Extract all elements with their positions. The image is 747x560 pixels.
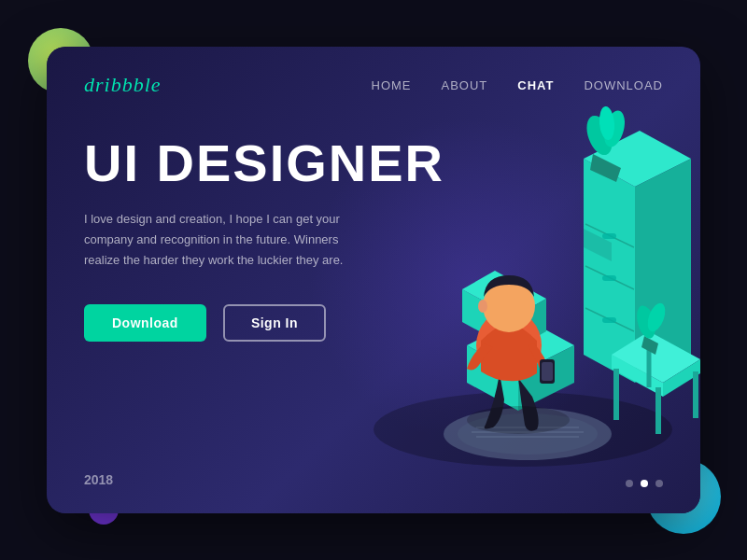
signin-button[interactable]: Sign In [223,304,326,342]
logo[interactable]: dribbble [84,73,162,97]
nav-home[interactable]: HOME [372,78,412,92]
hero-title: UI DESIGNER [84,134,663,192]
hero-section: UI DESIGNER I love design and creation, … [47,97,700,342]
hero-description: I love design and creation, I hope I can… [84,209,364,271]
pagination [626,480,663,487]
nav-download[interactable]: DOWNLOAD [584,78,663,92]
dot-1[interactable] [626,480,633,487]
main-card: dribbble HOME ABOUT CHAT DOWNLOAD UI DES… [47,47,700,513]
navigation: dribbble HOME ABOUT CHAT DOWNLOAD [47,47,700,97]
button-group: Download Sign In [84,304,663,342]
svg-rect-37 [542,362,553,381]
dot-2[interactable] [641,480,648,487]
year-label: 2018 [84,472,113,487]
dot-3[interactable] [655,480,663,487]
nav-chat[interactable]: CHAT [517,78,554,92]
svg-point-41 [467,406,570,434]
nav-links: HOME ABOUT CHAT DOWNLOAD [372,78,664,92]
download-button[interactable]: Download [84,304,206,342]
nav-about[interactable]: ABOUT [442,78,488,92]
